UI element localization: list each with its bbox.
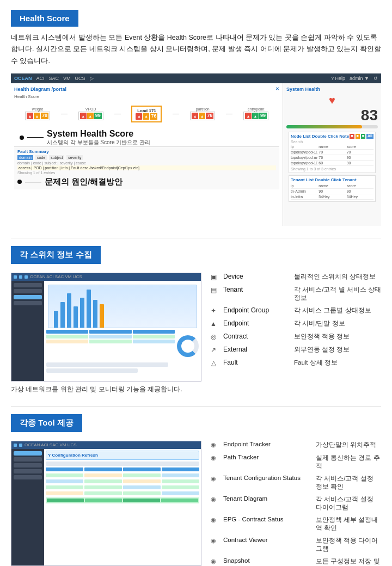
node-showing: Showing 1 to 3 of 3 entries	[291, 167, 373, 171]
fault-filter-code: code	[35, 155, 47, 160]
tool-th2	[84, 467, 122, 471]
mock-admin: admin ▼	[350, 76, 369, 81]
tool-td1	[46, 473, 83, 477]
tenant-row-3: tn-Infra 54Hey 54Hey	[291, 194, 373, 200]
fault-name: Fault	[223, 359, 289, 366]
sidebar-item4	[14, 301, 42, 305]
bar7	[93, 300, 97, 328]
switch-topbar-dot2	[19, 275, 22, 279]
node-group-4: entrypoint ▲ ▲ 99	[243, 107, 268, 120]
icon-c1: ▲	[136, 113, 142, 120]
endpoint-name: Endpoint	[223, 319, 289, 327]
node-row-3: topology/pod-10 60 90	[291, 161, 373, 166]
bar8	[100, 304, 104, 328]
switch-item-epg: ✦ Endpoint Group 각 서비스 그룹별 상태정보	[209, 306, 381, 315]
divider2	[11, 406, 381, 407]
tool-td16	[162, 491, 199, 495]
tool-mock-topbar: OCEAN ACI SAC VM UCS	[11, 441, 201, 449]
annotation-fault-text: 문제의 원인/해결방안	[45, 177, 122, 187]
mock-help: ? Help	[331, 76, 345, 81]
tool-td2	[84, 473, 122, 477]
tool-td3	[123, 473, 161, 477]
node-title-1: weight	[32, 107, 43, 111]
node-list-controls: ■ ■ ■ All	[350, 134, 373, 139]
tool-hd2	[85, 499, 122, 502]
switch-caption: 가상 네트워크를 위한 관리 및 모니터링 기능을 제공합니다.	[11, 385, 381, 394]
icon-r3: ▲	[192, 113, 198, 119]
node-center-text: Load 171	[136, 108, 157, 113]
mock-diagram: weight ▲ ▲ 78 VPOD	[14, 101, 279, 127]
tenant-data6: 54Hey	[347, 195, 373, 199]
mock-close-icon: ✕	[275, 87, 279, 91]
tenant-data1: tn-Admin	[291, 189, 317, 193]
snapshot-icon: ◉	[209, 557, 218, 566]
switch-info-title: 각 스위치 정보 수집	[11, 246, 101, 264]
fault-icon: △	[209, 359, 218, 367]
tool-sidebar5	[14, 475, 42, 479]
tools-content: OCEAN ACI SAC VM UCS	[11, 441, 381, 566]
fault-showing: Showing 1 of 1 entries	[17, 171, 276, 175]
node-group-3: partition ▲ ▲ 76	[190, 107, 215, 120]
score-n1: 78	[41, 113, 48, 119]
mock-left-title: Health Diagram /portal ✕	[14, 87, 279, 92]
tool-sidebar3	[14, 463, 42, 467]
tool-td7	[123, 479, 161, 483]
switch-topbar-dot1	[14, 275, 17, 279]
tool-sidebar2	[14, 457, 42, 462]
external-name: External	[223, 346, 289, 353]
switch-item-tenant: ▤ Tenant 각 서비스/고객 별 서비스 상태정보	[209, 286, 381, 302]
switch-item-contract: ◎ Contract 보안정책 적용 정보	[209, 333, 381, 341]
tool-mock-content: Y Configuration Refresh	[11, 449, 201, 565]
tenant-data4: tn-Infra	[291, 195, 317, 199]
mock-left-panel: Health Diagram /portal ✕ Health Score we…	[11, 83, 283, 226]
tool-mock-main: Y Configuration Refresh	[44, 449, 201, 565]
mock-progress-bar	[286, 125, 378, 128]
switch-screenshot-inner: OCEAN ACI SAC VM UCS	[11, 273, 201, 381]
score-center: 76	[150, 113, 157, 120]
node-box-4: ▲ ▲ 99	[243, 112, 268, 120]
tool-dot2	[19, 444, 22, 447]
tenant-row-1: ip name score	[291, 183, 373, 189]
switch-info-section: 각 스위치 정보 수집 OCEAN ACI SAC VM UCS	[11, 246, 381, 394]
tool-td9	[46, 485, 83, 489]
mock-health-diagram-label: Health Diagram /portal	[14, 87, 66, 92]
icon-r4: ▲	[245, 113, 252, 119]
tool-td12	[162, 485, 199, 489]
icon-o3: ▲	[199, 113, 205, 119]
tool-item-endpoint-tracker: ◉ Endpoint Tracker 가상단말의 위치추적	[209, 441, 381, 450]
icon-r2: ▲	[80, 113, 87, 119]
tenant-diagram-icon: ◉	[209, 495, 218, 504]
node-box-2: ▲ ▲ 99	[78, 112, 103, 120]
tenant-icon: ▤	[209, 286, 218, 294]
tools-title: 각종 Tool 제공	[11, 414, 82, 432]
td6	[133, 340, 175, 343]
ann-dot	[20, 136, 24, 140]
health-score-description: 네트워크 시스템에서 발생하는 모든 Event 상황을 Health Scor…	[11, 32, 381, 67]
th2	[89, 330, 131, 334]
switch-mock-content	[11, 281, 201, 381]
node-title-2: VPOD	[85, 107, 96, 111]
ann-line2	[25, 182, 41, 182]
epg-name: Endpoint Group	[223, 306, 289, 314]
tool-item-contract-viewer: ◉ Contract Viewer 보안정책 적용 다이어그램	[209, 537, 381, 553]
table1-row2	[46, 340, 175, 343]
tool-item-tenant-config: ◉ Tenant Configuration Status 각 서비스/고객 설…	[209, 475, 381, 491]
switch-topbar-label: OCEAN ACI SAC VM UCS	[30, 274, 82, 279]
tool-td4	[162, 473, 199, 477]
score-n4: 99	[259, 113, 267, 119]
mock-refresh-icon: ↺	[373, 76, 378, 81]
tool-sidebar-items	[11, 449, 44, 482]
td2	[89, 335, 131, 339]
device-desc: 물리적인 스위치의 상태정보	[294, 273, 376, 281]
health-score-title: Health Score	[11, 10, 78, 27]
tool-row1	[46, 462, 199, 466]
node-center-box: Load 171 ▲ ▲ 76	[131, 106, 162, 122]
endpoint-tracker-name: Endpoint Tracker	[223, 441, 310, 447]
td3	[133, 335, 175, 339]
icon-r1: ▲	[27, 113, 33, 119]
switch-item-device: ▣ Device 물리적인 스위치의 상태정보	[209, 273, 381, 281]
switch-sidebar-items	[11, 281, 44, 307]
node-group-1: weight ▲ ▲ 78	[25, 107, 50, 120]
switch-screenshot: OCEAN ACI SAC VM UCS	[11, 273, 201, 382]
mock-content: Health Diagram /portal ✕ Health Score we…	[11, 83, 381, 226]
